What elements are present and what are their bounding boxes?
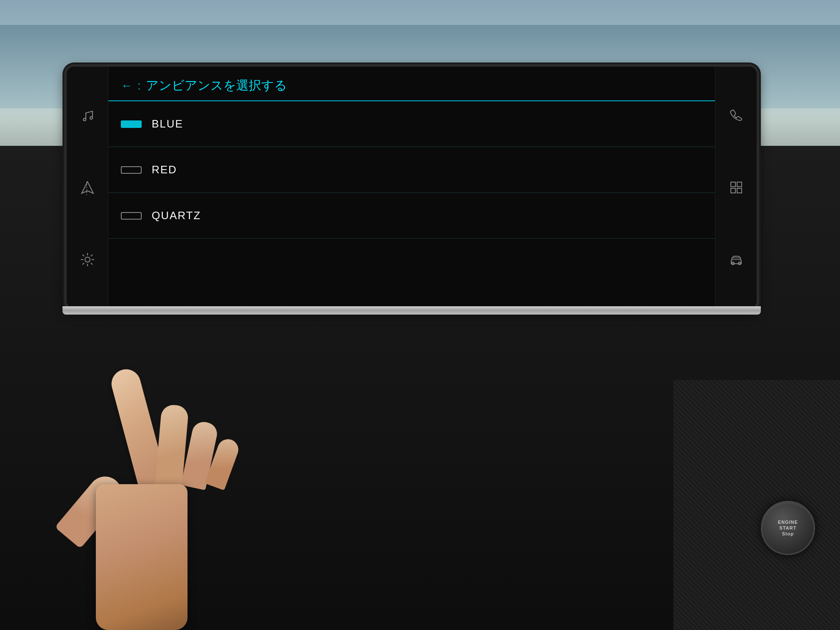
engine-start-button[interactable]: ENGINE START Stop <box>761 501 815 555</box>
svg-line-9 <box>91 263 92 265</box>
quartz-swatch <box>121 212 142 220</box>
screen-header: ← : アンビアンスを選択する <box>108 67 715 101</box>
engine-start-label: ENGINE START Stop <box>778 519 798 537</box>
ambiance-item-blue[interactable]: BLUE <box>108 101 715 147</box>
svg-point-0 <box>83 118 86 121</box>
blue-swatch <box>121 120 142 128</box>
sidebar-item-phone[interactable] <box>726 105 747 126</box>
header-separator: : <box>138 79 141 92</box>
ambiance-item-red[interactable]: RED <box>108 147 715 193</box>
svg-point-1 <box>90 117 92 119</box>
red-swatch <box>121 166 142 174</box>
svg-line-11 <box>82 263 84 265</box>
svg-rect-14 <box>731 188 735 193</box>
sidebar-item-music[interactable] <box>77 105 98 126</box>
screen-title: アンビアンスを選択する <box>146 77 287 94</box>
back-button[interactable]: ← <box>121 79 132 92</box>
svg-point-3 <box>85 257 90 262</box>
screen-content: ← : アンビアンスを選択する BLUE RED <box>67 67 757 308</box>
screen-silver-trim <box>62 306 761 315</box>
red-label: RED <box>152 163 177 176</box>
infotainment-screen: ← : アンビアンスを選択する BLUE RED <box>67 67 757 308</box>
main-content: ← : アンビアンスを選択する BLUE RED <box>108 67 715 308</box>
quartz-label: QUARTZ <box>152 209 201 222</box>
carbon-fiber-panel <box>673 380 840 630</box>
svg-rect-15 <box>737 188 742 193</box>
right-sidebar <box>715 67 757 308</box>
svg-rect-12 <box>731 182 735 187</box>
sidebar-item-car[interactable] <box>726 249 747 270</box>
svg-rect-13 <box>737 182 742 187</box>
ambiance-item-quartz[interactable]: QUARTZ <box>108 193 715 239</box>
sidebar-item-apps[interactable] <box>726 177 747 198</box>
sidebar-item-climate[interactable] <box>77 249 98 270</box>
svg-line-10 <box>91 255 92 256</box>
sidebar-item-navigation[interactable] <box>77 177 98 198</box>
left-sidebar <box>67 67 108 308</box>
ambiance-menu-list: BLUE RED QUARTZ <box>108 101 715 308</box>
svg-line-8 <box>82 255 84 256</box>
blue-label: BLUE <box>152 118 183 130</box>
